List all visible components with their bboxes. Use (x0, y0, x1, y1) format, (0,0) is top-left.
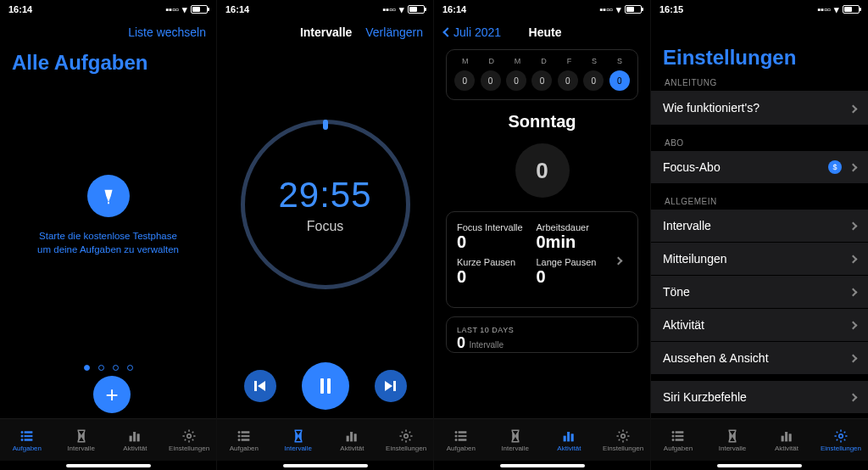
timer-ring: 29:55 Focus (241, 120, 410, 289)
day-cell-selected[interactable]: 0 (609, 70, 630, 91)
day-cell[interactable]: 0 (506, 70, 526, 91)
row-tone[interactable]: Töne (651, 276, 868, 309)
hourglass-icon (724, 428, 741, 444)
status-bar: 16:14 ▪▪▫▫▾ (434, 0, 650, 19)
day-cell[interactable]: 0 (558, 70, 578, 91)
timer-value: 29:55 (278, 175, 371, 215)
home-indicator[interactable] (283, 464, 368, 467)
tab-aktivitat[interactable]: Aktivität (760, 419, 814, 461)
clock: 16:15 (659, 4, 683, 14)
gear-icon (398, 428, 415, 444)
tab-aktivitat[interactable]: Aktivität (542, 419, 597, 461)
trial-icon-button[interactable] (87, 175, 130, 217)
gear-icon (615, 428, 632, 444)
svg-rect-26 (564, 436, 565, 441)
history-unit: Intervalle (469, 340, 504, 350)
svg-point-39 (839, 434, 843, 438)
svg-rect-23 (459, 435, 466, 437)
home-indicator[interactable] (717, 464, 802, 467)
tab-einstellungen[interactable]: Einstellungen (379, 419, 433, 461)
signal-icon: ▪▪▫▫ (165, 4, 179, 14)
skip-forward-button[interactable] (375, 370, 407, 402)
row-how-it-works[interactable]: Wie funktioniert's? (651, 91, 868, 125)
tab-aktivitat[interactable]: Aktivität (326, 419, 380, 461)
back-button[interactable]: Juli 2021 (444, 25, 501, 39)
nav-bar: Juli 2021 Heute (434, 19, 650, 46)
tab-aufgaben[interactable]: Aufgaben (217, 419, 271, 461)
history-label: LAST 10 DAYS (457, 326, 627, 334)
tab-aktivitat[interactable]: Aktivität (108, 419, 163, 461)
history-value: 0 (457, 334, 465, 351)
chevron-right-icon (849, 163, 858, 171)
svg-rect-31 (676, 431, 683, 433)
stat-value: 0 (457, 232, 537, 252)
change-list-link[interactable]: Liste wechseln (128, 25, 206, 39)
tab-bar: Aufgaben Intervalle Aktivität Einstellun… (0, 418, 216, 461)
svg-rect-7 (134, 432, 136, 441)
day-count: 0 (515, 143, 570, 198)
day-cell[interactable]: 0 (531, 70, 552, 91)
page-dots[interactable] (0, 356, 216, 376)
tab-einstellungen[interactable]: Einstellungen (596, 419, 650, 461)
row-aktivitat[interactable]: Aktivität (651, 309, 868, 342)
stat-value: 0 (537, 267, 616, 287)
svg-rect-8 (137, 434, 139, 440)
wifi-icon: ▾ (182, 4, 187, 15)
row-siri[interactable]: Siri Kurzbefehle (651, 381, 868, 413)
wifi-icon: ▾ (616, 4, 621, 15)
list-icon (453, 428, 470, 444)
svg-point-29 (621, 434, 626, 438)
screen-tasks: 16:14 ▪▪▫▫ ▾ Liste wechseln Alle Aufgabe… (0, 0, 217, 470)
week-selector[interactable]: M D M D F S S 0 0 0 0 0 0 0 (446, 49, 638, 100)
stats-card[interactable]: Focus Intervalle0 Arbeitsdauer0min Kurze… (446, 211, 638, 308)
day-cell[interactable]: 0 (481, 70, 501, 91)
home-indicator[interactable] (500, 464, 585, 467)
row-mitteilungen[interactable]: Mitteilungen (651, 243, 868, 276)
chevron-right-icon (849, 221, 858, 230)
gear-icon (181, 428, 198, 444)
tab-intervalle[interactable]: Intervalle (705, 419, 760, 461)
svg-point-22 (455, 434, 457, 436)
pause-button[interactable] (302, 362, 349, 410)
tab-bar: Aufgaben Intervalle Aktivität Einstellun… (217, 418, 433, 461)
tab-aufgaben[interactable]: Aufgaben (434, 419, 488, 461)
stat-label: Kurze Pausen (457, 257, 537, 267)
row-focus-abo[interactable]: Focus-Abo$ (651, 151, 868, 183)
tab-einstellungen[interactable]: Einstellungen (814, 419, 868, 461)
day-cell[interactable]: 0 (454, 70, 475, 91)
row-intervalle[interactable]: Intervalle (651, 210, 868, 243)
svg-rect-3 (25, 435, 32, 437)
svg-point-12 (238, 434, 240, 436)
skip-back-button[interactable] (244, 370, 276, 402)
row-aussehen[interactable]: Aussehen & Ansicht (651, 342, 868, 374)
tab-intervalle[interactable]: Intervalle (271, 419, 326, 461)
extend-link[interactable]: Verlängern (365, 25, 423, 39)
clock: 16:14 (225, 4, 249, 14)
add-button[interactable]: + (93, 376, 131, 413)
svg-rect-21 (459, 431, 466, 433)
day-cell[interactable]: 0 (583, 70, 604, 91)
gear-icon (832, 428, 849, 444)
status-bar: 16:14 ▪▪▫▫▾ (217, 0, 433, 19)
history-card[interactable]: LAST 10 DAYS 0 Intervalle (446, 316, 638, 353)
stat-value: 0min (537, 232, 616, 252)
tab-einstellungen[interactable]: Einstellungen (162, 419, 216, 461)
svg-point-32 (672, 434, 674, 436)
svg-point-19 (404, 434, 409, 438)
tab-intervalle[interactable]: Intervalle (488, 419, 542, 461)
svg-rect-15 (242, 439, 249, 440)
bars-icon (126, 428, 143, 444)
status-bar: 16:14 ▪▪▫▫ ▾ (0, 0, 216, 19)
tab-aufgaben[interactable]: Aufgaben (651, 419, 705, 461)
chevron-right-icon (850, 100, 856, 115)
hourglass-icon (507, 428, 524, 444)
tab-bar: Aufgaben Intervalle Aktivität Einstellun… (434, 418, 650, 461)
svg-rect-28 (571, 434, 573, 440)
svg-point-34 (672, 439, 674, 440)
tab-aufgaben[interactable]: Aufgaben (0, 419, 54, 461)
home-indicator[interactable] (66, 464, 151, 467)
weekday-label: D (488, 57, 494, 65)
svg-rect-6 (130, 436, 131, 441)
tab-intervalle[interactable]: Intervalle (54, 419, 108, 461)
svg-rect-17 (351, 432, 353, 441)
